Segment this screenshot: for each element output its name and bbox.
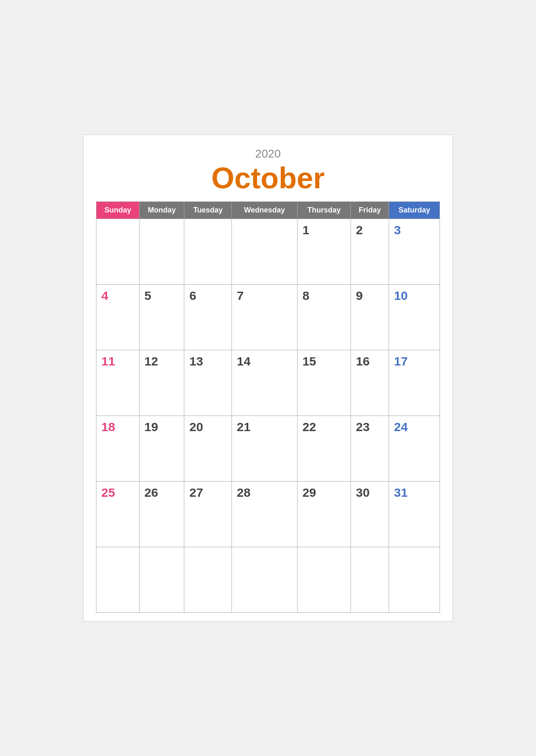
day-number: 27 — [189, 486, 203, 499]
day-number: 1 — [302, 223, 309, 237]
calendar-grid: Sunday Monday Tuesday Wednesday Thursday… — [96, 201, 440, 613]
day-number: 9 — [356, 289, 363, 302]
header-sunday: Sunday — [96, 201, 140, 219]
day-number: 26 — [144, 486, 158, 499]
day-cell: 20 — [184, 416, 231, 481]
day-number: 8 — [302, 289, 309, 302]
header-thursday: Thursday — [297, 201, 350, 219]
day-cell: 12 — [139, 350, 184, 416]
day-cell: 3 — [389, 219, 440, 284]
day-cell — [139, 219, 184, 284]
day-number: 7 — [237, 289, 244, 302]
day-cell: 25 — [96, 481, 140, 547]
day-cell — [231, 547, 297, 612]
month-label: October — [96, 162, 440, 194]
day-number: 25 — [101, 486, 115, 499]
day-cell — [96, 219, 140, 284]
day-cell — [389, 547, 440, 612]
day-cell — [351, 547, 389, 612]
day-number: 24 — [394, 420, 408, 434]
day-cell: 21 — [231, 416, 297, 481]
day-number: 14 — [237, 354, 250, 368]
header-saturday: Saturday — [389, 201, 440, 219]
day-number: 2 — [356, 223, 363, 237]
day-cell: 17 — [389, 350, 440, 416]
day-cell: 18 — [96, 416, 140, 481]
day-cell: 14 — [231, 350, 297, 416]
day-cell: 27 — [184, 481, 231, 547]
header-friday: Friday — [351, 201, 389, 219]
day-number: 11 — [101, 354, 115, 368]
week-row-6 — [96, 547, 440, 612]
day-number: 4 — [101, 289, 108, 302]
day-cell: 6 — [184, 284, 231, 350]
day-cell: 13 — [184, 350, 231, 416]
week-row-5: 25262728293031 — [96, 481, 440, 547]
week-row-3: 11121314151617 — [96, 350, 440, 416]
day-cell: 24 — [389, 416, 440, 481]
day-cell — [231, 219, 297, 284]
day-cell: 4 — [96, 284, 140, 350]
day-cell: 7 — [231, 284, 297, 350]
day-number: 18 — [101, 420, 115, 434]
day-number: 16 — [356, 354, 369, 368]
day-number: 23 — [356, 420, 369, 434]
day-number: 6 — [189, 289, 196, 302]
day-cell: 10 — [389, 284, 440, 350]
weekday-header-row: Sunday Monday Tuesday Wednesday Thursday… — [96, 201, 440, 219]
header-tuesday: Tuesday — [184, 201, 231, 219]
day-cell: 19 — [139, 416, 184, 481]
week-row-1: 123 — [96, 219, 440, 284]
day-cell: 15 — [297, 350, 350, 416]
day-number: 21 — [237, 420, 250, 434]
day-cell: 16 — [351, 350, 389, 416]
day-cell — [96, 547, 140, 612]
day-number: 30 — [356, 486, 369, 499]
day-cell — [139, 547, 184, 612]
day-cell: 5 — [139, 284, 184, 350]
day-cell: 22 — [297, 416, 350, 481]
day-number: 22 — [302, 420, 316, 434]
header-monday: Monday — [139, 201, 184, 219]
day-cell: 23 — [351, 416, 389, 481]
week-row-4: 18192021222324 — [96, 416, 440, 481]
day-number: 19 — [144, 420, 158, 434]
day-cell: 28 — [231, 481, 297, 547]
day-cell: 1 — [297, 219, 350, 284]
day-number: 31 — [394, 486, 408, 499]
day-number: 5 — [144, 289, 151, 302]
day-number: 29 — [302, 486, 316, 499]
day-number: 13 — [189, 354, 203, 368]
day-number: 10 — [394, 289, 408, 302]
day-number: 3 — [394, 223, 401, 237]
day-cell — [184, 219, 231, 284]
day-cell: 30 — [351, 481, 389, 547]
day-cell: 9 — [351, 284, 389, 350]
week-row-2: 45678910 — [96, 284, 440, 350]
day-number: 17 — [394, 354, 408, 368]
day-cell — [297, 547, 350, 612]
day-number: 15 — [302, 354, 316, 368]
header-wednesday: Wednesday — [231, 201, 297, 219]
day-cell: 11 — [96, 350, 140, 416]
day-cell: 8 — [297, 284, 350, 350]
day-number: 20 — [189, 420, 203, 434]
day-number: 28 — [237, 486, 250, 499]
calendar-page: 2020 October Sunday Monday Tuesday Wedne… — [83, 135, 453, 621]
day-number: 12 — [144, 354, 158, 368]
day-cell: 2 — [351, 219, 389, 284]
day-cell: 26 — [139, 481, 184, 547]
year-label: 2020 — [96, 147, 440, 160]
day-cell — [184, 547, 231, 612]
day-cell: 31 — [389, 481, 440, 547]
day-cell: 29 — [297, 481, 350, 547]
